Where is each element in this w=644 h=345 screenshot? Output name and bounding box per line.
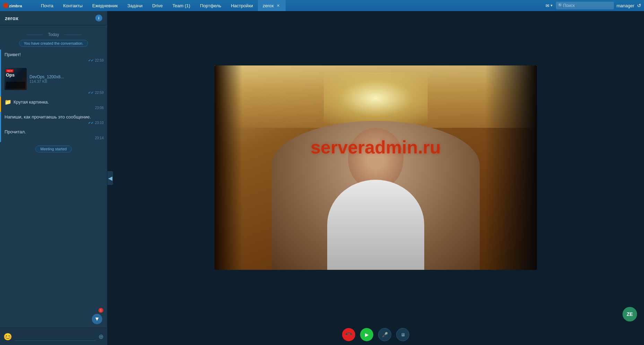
system-message: You have created the conversation. xyxy=(5,40,102,47)
img-size: 114.37 KB xyxy=(29,79,64,83)
video-main: serveradmin.ru xyxy=(107,11,644,324)
chat-sidebar: zerox i Today You have created the conve… xyxy=(0,11,107,345)
msg-text-3: Крутая картинка. xyxy=(14,99,49,105)
screen-share-icon: 🖥 xyxy=(401,332,405,337)
nav-nastrojki[interactable]: Настройки xyxy=(226,0,258,11)
chat-info-button[interactable]: i xyxy=(95,15,102,21)
nav-portfel[interactable]: Портфель xyxy=(195,0,226,11)
msg-meta-5: 23:14 xyxy=(5,136,104,140)
attach-button[interactable]: ⊕ xyxy=(98,333,104,340)
chat-message-5: Прочитал. 23:14 xyxy=(0,127,107,142)
msg-meta-2: ✔✔ 22:59 xyxy=(5,91,104,95)
mic-button[interactable]: 🎤 xyxy=(378,328,391,341)
sidebar-collapse-arrow[interactable]: ◀ xyxy=(107,171,113,185)
msg-text-1: Привет! xyxy=(5,52,104,58)
search-box: 🔍 xyxy=(556,2,614,9)
mic-icon: 🎤 xyxy=(382,332,388,337)
msg-content-1: Привет! ✔✔ 22:59 xyxy=(5,52,104,62)
msg-text-5: Прочитал. xyxy=(5,129,104,135)
user-name[interactable]: manager xyxy=(617,3,634,8)
mail-dropdown-icon: ▼ xyxy=(550,4,553,7)
search-icon: 🔍 xyxy=(558,3,563,8)
topbar: zimbra Почта Контакты Ежедневник Задачи … xyxy=(0,0,644,11)
screen-share-button[interactable]: 🖥 xyxy=(396,328,409,341)
date-divider: Today xyxy=(0,32,107,37)
zerox-tab-close[interactable]: ✕ xyxy=(276,3,281,8)
msg-time-1: 22:59 xyxy=(95,59,104,62)
nav-zerox-tab[interactable]: zerox ✕ xyxy=(258,0,286,11)
chat-message-1: Привет! ✔✔ 22:59 xyxy=(0,50,107,64)
img-ops-text: Ops xyxy=(6,72,15,78)
mail-icon: ✉ xyxy=(546,3,549,8)
msg-text-4: Напиши, как прочитаешь это сообщение. xyxy=(5,114,104,120)
video-icon: ▶ xyxy=(365,332,369,337)
end-call-button[interactable]: 📞 xyxy=(342,328,355,341)
img-attachment: NEW Ops DevOps_1200x8... 114.37 KB xyxy=(5,68,104,90)
refresh-icon[interactable]: ↺ xyxy=(637,3,641,8)
svg-point-0 xyxy=(3,3,9,8)
topbar-nav: Почта Контакты Ежедневник Задачи Drive T… xyxy=(36,0,546,11)
img-badge: NEW xyxy=(6,69,14,72)
msg-time-2: 22:59 xyxy=(95,91,104,95)
ze-avatar[interactable]: ZE xyxy=(623,307,637,321)
video-left-dark xyxy=(215,65,242,270)
chat-header: zerox i xyxy=(0,11,107,25)
img-name: DevOps_1200x8... xyxy=(29,74,64,79)
msg-time-5: 23:14 xyxy=(95,136,104,140)
scroll-badge-container: 1 ▼ xyxy=(92,309,102,324)
msg-check-4: ✔✔ xyxy=(88,121,94,125)
meeting-started: Meeting started xyxy=(5,145,102,152)
video-light xyxy=(324,72,428,124)
end-call-icon: 📞 xyxy=(345,330,353,338)
app-logo: zimbra xyxy=(3,2,31,9)
msg-content-2: NEW Ops DevOps_1200x8... 114.37 KB ✔✔ 2 xyxy=(5,67,104,95)
search-input[interactable] xyxy=(563,3,612,8)
video-toolbar: 📞 ▶ 🎤 🖥 xyxy=(107,324,644,345)
zerox-tab-label: zerox xyxy=(263,3,274,8)
msg-check-2: ✔✔ xyxy=(88,91,94,95)
video-area: serveradmin.ru ZE 📞 ▶ 🎤 🖥 xyxy=(107,11,644,345)
video-toggle-button[interactable]: ▶ xyxy=(360,328,373,341)
svg-text:zimbra: zimbra xyxy=(9,3,22,8)
msg-content-3: 📁 Крутая картинка. 23:08 xyxy=(5,99,104,110)
msg-time-3: 23:08 xyxy=(95,106,104,110)
video-feed: serveradmin.ru xyxy=(215,65,537,270)
nav-drive[interactable]: Drive xyxy=(147,0,167,11)
chat-message-4: Напиши, как прочитаешь это сообщение. ✔✔… xyxy=(0,112,107,127)
video-right-dark xyxy=(485,65,537,270)
nav-zadachi[interactable]: Задачи xyxy=(123,0,148,11)
topbar-right: ✉ ▼ 🔍 manager ↺ xyxy=(546,2,641,9)
nav-ezhednevnik[interactable]: Ежедневник xyxy=(87,0,122,11)
chat-messages[interactable]: Today You have created the conversation.… xyxy=(0,25,107,328)
msg-content-4: Напиши, как прочитаешь это сообщение. ✔✔… xyxy=(5,114,104,125)
scroll-badge-count: 1 xyxy=(98,308,103,313)
nav-team[interactable]: Team (1) xyxy=(168,0,195,11)
img-thumb-inner: NEW Ops xyxy=(5,68,27,90)
main-layout: zerox i Today You have created the conve… xyxy=(0,11,644,345)
msg-check-1: ✔✔ xyxy=(88,59,94,62)
img-info: DevOps_1200x8... 114.37 KB xyxy=(29,74,64,83)
scroll-down-button[interactable]: ▼ xyxy=(92,314,102,324)
chat-message-2: NEW Ops DevOps_1200x8... 114.37 KB ✔✔ 2 xyxy=(0,64,107,97)
msg-meta-3: 23:08 xyxy=(5,106,104,110)
msg-time-4: 23:10 xyxy=(95,121,104,125)
msg-content-5: Прочитал. 23:14 xyxy=(5,129,104,140)
emoji-button[interactable]: 😊 xyxy=(3,333,12,341)
chat-message-3: 📁 Крутая картинка. 23:08 xyxy=(0,97,107,112)
chat-title: zerox xyxy=(5,15,18,21)
nav-pochta[interactable]: Почта xyxy=(36,0,58,11)
img-thumbnail[interactable]: NEW Ops xyxy=(5,68,27,90)
nav-kontakty[interactable]: Контакты xyxy=(58,0,87,11)
msg-meta-1: ✔✔ 22:59 xyxy=(5,59,104,62)
mail-button[interactable]: ✉ ▼ xyxy=(546,3,553,8)
chat-input[interactable] xyxy=(15,333,96,341)
video-watermark: serveradmin.ru xyxy=(311,137,441,158)
msg-meta-4: ✔✔ 23:10 xyxy=(5,121,104,125)
chat-input-bar: 😊 ⊕ xyxy=(0,328,107,345)
